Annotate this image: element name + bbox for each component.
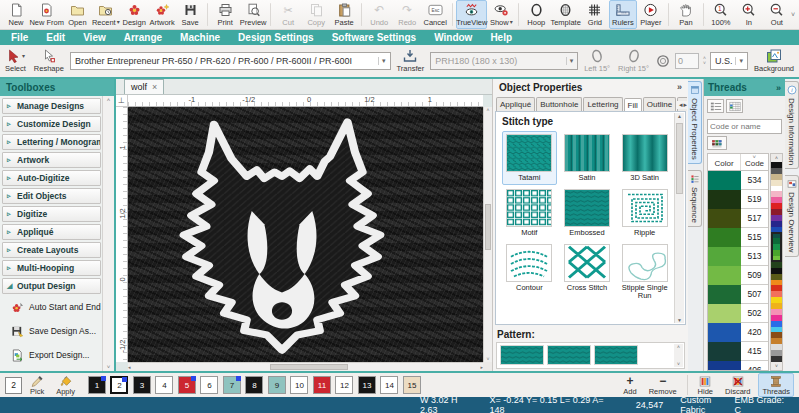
side-tab-object-properties[interactable]: Object Properties [688,81,702,164]
palette-swatch-15[interactable]: 15 [403,376,421,394]
palette-swatch-5[interactable]: 5 [178,376,196,394]
properties-tab-outline[interactable]: Outline [643,97,676,111]
wolf-embroidery-design[interactable] [156,109,408,361]
thread-row[interactable]: 517 [708,209,768,228]
toolbox-subitem-export-design[interactable]: Export Design... [2,344,101,366]
collapse-panel-icon[interactable]: » [677,82,682,92]
thread-color-swatch[interactable] [708,247,741,266]
expand-triangle-icon[interactable]: ▹ [7,210,14,218]
units-select[interactable]: U.S. ▾ [710,52,748,70]
toolbar-button-open[interactable]: Open [63,0,91,29]
scroll-down-icon[interactable]: ˅ [107,364,111,370]
add-thread-button[interactable]: + Add [619,373,640,398]
palette-swatch-13[interactable]: 13 [358,376,376,394]
discard-threads-button[interactable]: Discard [721,373,754,398]
menu-item-help[interactable]: Help [481,30,521,45]
pattern-thumbnail[interactable] [594,345,638,365]
toolbar-button[interactable] [518,3,519,26]
toolbar-button-recent[interactable]: Recent▾ [91,0,120,29]
expand-triangle-icon[interactable]: ◢ [7,282,14,290]
expand-triangle-icon[interactable]: ▹ [7,138,14,146]
caret-down-icon[interactable]: ▾ [735,57,743,65]
toolbar-button-show[interactable]: Show▾ [487,0,515,29]
expand-triangle-icon[interactable]: ▹ [7,120,14,128]
expand-triangle-icon[interactable]: ▹ [7,246,14,254]
caret-down-icon[interactable]: ▾ [22,53,25,60]
rotate-left-15-button[interactable]: Left 15° [582,49,612,73]
toolbox-item-auto-digitize[interactable]: ▹ Auto-Digitize [2,170,101,186]
scroll-down-icon[interactable]: ˅ [771,362,782,370]
expand-triangle-icon[interactable]: ▹ [7,174,14,182]
palette-swatch-9[interactable]: 9 [268,376,286,394]
hide-threads-button[interactable]: Hide [694,373,717,398]
right-tab-design-overview[interactable]: Design Overview [785,175,799,256]
select-tool-button[interactable]: ▾ Select [3,49,28,73]
toolbar-button-redo[interactable]: ↷ Redo [393,0,421,29]
thread-color-swatch[interactable] [708,171,741,190]
reshape-tool-button[interactable]: Reshape [32,49,66,73]
thread-color-swatch[interactable] [708,266,741,285]
toolbar-button-artwork[interactable]: Artwork [148,0,176,29]
palette-swatch-7[interactable]: 7 [223,376,241,394]
toolbar-button-preview[interactable]: Preview [239,0,267,29]
scrollbar-thumb[interactable] [270,364,348,370]
toolbar-button-in[interactable]: In [735,0,763,29]
toolbar-button-template[interactable]: Template [550,0,581,29]
scroll-up-icon[interactable]: ˄ [771,154,782,162]
expand-triangle-icon[interactable]: ▹ [7,228,14,236]
menu-item-arrange[interactable]: Arrange [115,30,171,45]
design-canvas[interactable] [128,107,483,362]
toolbox-item-edit-objects[interactable]: ▹ Edit Objects [2,188,101,204]
toolbar-button-print[interactable]: Print [211,0,239,29]
properties-tab-lettering[interactable]: Lettering [583,97,622,111]
pattern-thumbnail[interactable] [547,345,591,365]
rotation-angle-input[interactable]: 0 [675,53,699,69]
toolbox-item-digitize[interactable]: ▹ Digitize [2,206,101,222]
expand-triangle-icon[interactable]: ▹ [7,102,14,110]
menu-item-software-settings[interactable]: Software Settings [323,30,425,45]
toolbox-item-lettering-monogramming[interactable]: ▹ Lettering / Monogramming [2,134,101,150]
toolbar-button[interactable] [270,3,271,26]
thread-color-swatch[interactable] [708,361,741,371]
toolbar-button-paste[interactable]: Paste [330,0,358,29]
toolbox-item-multi-hooping[interactable]: ▹ Multi-Hooping [2,260,101,276]
thread-row[interactable]: 515 [708,228,768,247]
toolbar-button-undo[interactable]: ↶ Undo [365,0,393,29]
thread-row[interactable]: 406 [708,361,768,371]
toolbar-button-pan[interactable]: Pan [672,0,700,29]
sidebar-scrollbar[interactable]: ˄ ˅ [102,96,114,371]
properties-tab-buttonhole[interactable]: Buttonhole [536,97,582,111]
toolbar-button-save[interactable]: Save [176,0,204,29]
thread-color-swatch[interactable] [708,285,741,304]
toolbar-button[interactable] [668,3,669,26]
pattern-thumbnail[interactable] [500,345,544,365]
palette-swatch-4[interactable]: 4 [155,376,173,394]
toolbox-item-output-design[interactable]: ◢ Output Design [2,278,101,294]
document-tab-wolf[interactable]: wolf × [124,79,164,94]
toolbox-subitem-save-design-as[interactable]: Save Design As... [2,320,101,342]
toolbar-button-cancel[interactable]: Esc Cancel [421,0,449,29]
thread-color-swatch[interactable] [708,304,741,323]
scroll-up-icon[interactable]: ˄ [107,97,111,103]
menu-item-edit[interactable]: Edit [37,30,74,45]
stitch-type-option-motif[interactable]: Motif [502,186,557,240]
toolbox-item-customize-design[interactable]: ▹ Customize Design [2,116,101,132]
palette-swatch-1[interactable]: 1 [88,376,106,394]
toolbar-button-grid[interactable]: Grid [581,0,609,29]
apply-color-button[interactable]: Apply [52,373,79,398]
thread-catalog-strip[interactable]: ˄ ˅ [770,153,783,371]
menu-item-design-settings[interactable]: Design Settings [229,30,323,45]
stitch-type-option-satin[interactable]: Satin [560,131,615,185]
thread-row[interactable]: 420 [708,323,768,342]
remove-thread-button[interactable]: − Remove [645,373,681,398]
thread-row[interactable]: 513 [708,247,768,266]
palette-swatch-10[interactable]: 10 [290,376,308,394]
toolbar-button-100[interactable]: 1 100% [707,0,735,29]
stitch-type-option-embossed[interactable]: Embossed [560,186,615,240]
menu-item-machine[interactable]: Machine [171,30,229,45]
thread-color-swatch[interactable] [708,209,741,228]
palette-swatch-6[interactable]: 6 [200,376,218,394]
menu-item-window[interactable]: Window [425,30,481,45]
expand-triangle-icon[interactable]: ▹ [7,264,14,272]
stitch-type-option-stipple-single-run[interactable]: Stipple Single Run [617,241,672,303]
